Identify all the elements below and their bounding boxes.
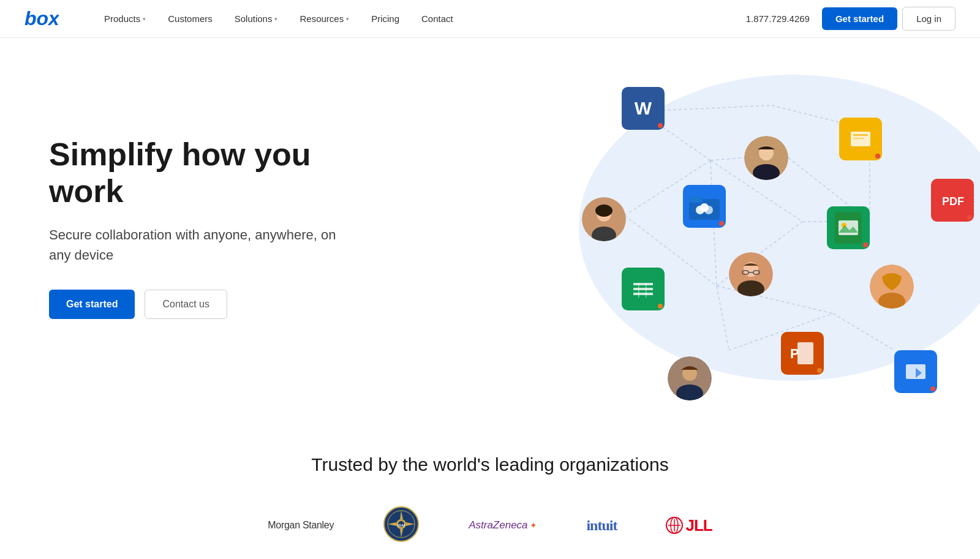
astrazeneca-logo: AstraZeneca ✦ (469, 519, 537, 531)
jll-logo: JLL (666, 516, 712, 535)
hero-subtitle: Secure collaboration with anyone, anywhe… (49, 225, 355, 265)
hero-content: Simplify how you work Secure collaborati… (49, 137, 355, 319)
svg-rect-38 (646, 283, 647, 298)
svg-rect-35 (633, 288, 653, 290)
svg-rect-23 (689, 197, 703, 203)
slides-blue-icon (894, 350, 937, 393)
svg-rect-44 (853, 134, 868, 136)
hero-section: Simplify how you work Secure collaborati… (0, 38, 980, 418)
folder-icon (683, 185, 726, 228)
nav-login-button[interactable]: Log in (902, 7, 956, 31)
sheets-icon (622, 268, 665, 310)
svg-rect-34 (633, 283, 653, 285)
nav-solutions[interactable]: Solutions ▾ (226, 9, 287, 29)
ppt-icon: P (781, 332, 824, 375)
nav-phone: 1.877.729.4269 (746, 13, 810, 24)
svg-point-26 (700, 203, 709, 212)
solutions-chevron-icon: ▾ (274, 16, 277, 22)
svg-rect-45 (853, 138, 864, 139)
box-logo: box (24, 9, 59, 29)
hero-illustration: .conn { stroke: #b0c4de; stroke-width: 1… (527, 50, 980, 405)
trusted-section: Trusted by the world's leading organizat… (0, 418, 980, 559)
hero-title: Simplify how you work (49, 137, 355, 210)
resources-chevron-icon: ▾ (346, 16, 349, 22)
svg-rect-47 (839, 220, 858, 235)
avatar-man-3 (668, 356, 712, 400)
trusted-title: Trusted by the world's leading organizat… (24, 454, 956, 475)
products-chevron-icon: ▾ (143, 16, 146, 22)
svg-rect-36 (633, 293, 653, 295)
avatar-man-2 (744, 136, 788, 180)
slides-yellow-icon (839, 118, 882, 160)
hero-get-started-button[interactable]: Get started (49, 290, 135, 319)
hero-contact-button[interactable]: Contact us (145, 290, 227, 319)
svg-text:box: box (24, 9, 59, 29)
nav-links: Products ▾ Customers Solutions ▾ Resourc… (96, 9, 746, 29)
nav-get-started-button[interactable]: Get started (822, 7, 897, 30)
svg-rect-56 (797, 342, 813, 364)
hero-buttons: Get started Contact us (49, 290, 355, 319)
svg-point-21 (595, 204, 612, 217)
pdf-icon: PDF (931, 179, 974, 222)
air-force-logo: USAF (383, 506, 420, 545)
intuit-logo: intuit (586, 517, 617, 534)
nav-pricing[interactable]: Pricing (363, 9, 408, 29)
avatar-man-1 (729, 252, 773, 296)
svg-text:PDF: PDF (942, 195, 964, 208)
nav-products[interactable]: Products ▾ (96, 9, 154, 29)
avatar-woman-1 (582, 197, 626, 241)
avatar-woman-2 (870, 264, 914, 309)
nav-customers[interactable]: Customers (159, 9, 221, 29)
morgan-stanley-logo: Morgan Stanley (268, 520, 334, 531)
word-doc-icon: W (622, 87, 665, 130)
svg-rect-37 (638, 283, 639, 298)
image-icon (827, 206, 870, 249)
logo[interactable]: box (24, 9, 59, 29)
svg-text:USAF: USAF (397, 523, 405, 527)
nav-resources[interactable]: Resources ▾ (291, 9, 358, 29)
logo-row: Morgan Stanley USAF AstraZeneca ✦ intuit (24, 506, 956, 545)
main-nav: box Products ▾ Customers Solutions ▾ Res… (0, 0, 980, 38)
nav-contact[interactable]: Contact (413, 9, 462, 29)
